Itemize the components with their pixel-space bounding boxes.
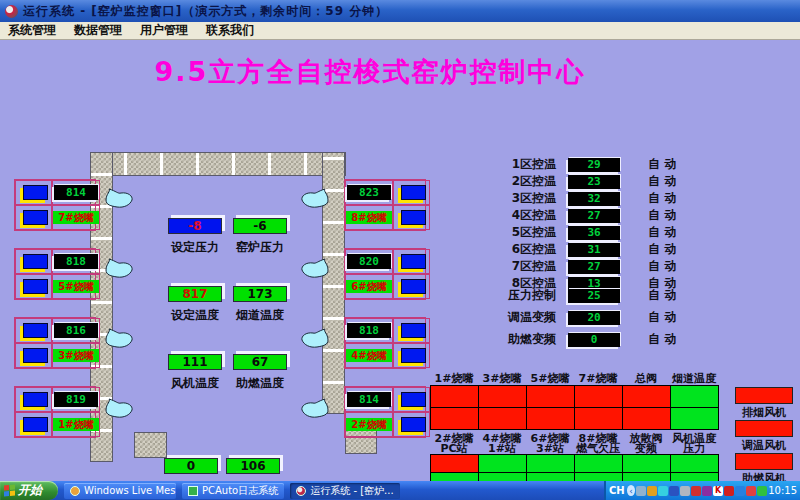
monitor-icon[interactable] <box>636 486 646 496</box>
burner-label: 6#烧嘴 <box>346 280 392 293</box>
aux-mode-toggle[interactable]: 自 动 <box>648 331 676 348</box>
burner-label: 3#烧嘴 <box>53 349 99 362</box>
taskbar-task[interactable]: Windows Live Mes... <box>64 483 176 499</box>
taskbar-task[interactable]: PCAuto日志系统 <box>182 483 284 499</box>
kiln-pressure-label: 窑炉压力 <box>228 239 292 256</box>
zone-value-display[interactable]: 27 <box>568 260 620 274</box>
menu-item-3[interactable]: 用户管理 <box>140 22 188 39</box>
zone-mode-toggle[interactable]: 自 动 <box>648 224 676 241</box>
fan-temp-label: 风机温度 <box>163 375 227 392</box>
aux-mode-toggle[interactable]: 自 动 <box>648 309 676 326</box>
zone-label: 5区控温 <box>494 224 556 241</box>
set-temp-display[interactable]: 817 <box>168 286 222 302</box>
status-cell-green <box>575 455 622 472</box>
start-button[interactable]: 开始 <box>0 481 58 500</box>
screen: 运行系统 - [窑炉监控窗口]（演示方式，剩余时间：59 分钟） 系统管理数据管… <box>0 0 800 500</box>
task-icon <box>70 486 80 496</box>
status-cell-red <box>527 386 574 407</box>
segment-display: 0 <box>164 458 218 474</box>
temper-fan-indicator <box>735 420 793 437</box>
clock[interactable]: 10:15 <box>768 485 797 496</box>
aux-value-display[interactable]: 20 <box>568 311 620 325</box>
zone-mode-toggle[interactable]: 自 动 <box>648 258 676 275</box>
menubar: 系统管理数据管理用户管理联系我们 <box>0 22 800 40</box>
aux-row: 助燃变频0自 动 <box>494 331 704 348</box>
shield-icon[interactable] <box>724 486 734 496</box>
color-wheel-icon[interactable] <box>647 486 657 496</box>
status-cell-red <box>479 386 526 407</box>
status-cell-green <box>671 455 718 472</box>
menu-item-1[interactable]: 系统管理 <box>8 22 56 39</box>
zone-value-display[interactable]: 32 <box>568 192 620 206</box>
updater-icon[interactable] <box>746 486 756 496</box>
status-label: 烟道温度 <box>670 371 718 386</box>
zone-label: 7区控温 <box>494 258 556 275</box>
status-cell-green <box>623 455 670 472</box>
menu-item-2[interactable]: 数据管理 <box>74 22 122 39</box>
kiln-door-block-left <box>134 432 167 458</box>
taskbar-task[interactable]: 运行系统 - [窑炉... <box>290 483 399 499</box>
zone-label: 3区控温 <box>494 190 556 207</box>
zone-label: 1区控温 <box>494 156 556 173</box>
diamond-icon[interactable] <box>658 486 668 496</box>
task-label: PCAuto日志系统 <box>202 484 278 498</box>
app-tray-icon[interactable] <box>702 486 712 496</box>
aux-label: 压力控制 <box>494 287 556 304</box>
users-icon[interactable] <box>680 486 690 496</box>
task-icon <box>296 486 306 496</box>
indicator-lamp <box>23 417 48 432</box>
flame-icon <box>300 188 330 210</box>
zone-value-display[interactable]: 27 <box>568 209 620 223</box>
green-circle-icon[interactable] <box>757 486 767 496</box>
zone-mode-toggle[interactable]: 自 动 <box>648 207 676 224</box>
flame-icon <box>300 398 330 420</box>
flame-icon <box>104 188 134 210</box>
zone-value-display[interactable]: 23 <box>568 175 620 189</box>
zone-value-display[interactable]: 29 <box>568 158 620 172</box>
menu-item-4[interactable]: 联系我们 <box>206 22 254 39</box>
indicator-lamp <box>23 185 48 200</box>
zone-value-display[interactable]: 31 <box>568 243 620 257</box>
indicator-lamp <box>23 392 48 407</box>
network-icon[interactable] <box>669 486 679 496</box>
ball-icon[interactable] <box>735 486 745 496</box>
aux-value-display[interactable]: 25 <box>568 289 620 303</box>
aux-value-display[interactable]: 0 <box>568 333 620 347</box>
zone-row: 7区控温27自 动 <box>494 258 704 275</box>
status-label: 3#烧嘴 <box>478 371 526 386</box>
zone-row: 6区控温31自 动 <box>494 241 704 258</box>
zone-mode-toggle[interactable]: 自 动 <box>648 190 676 207</box>
zone-control-panel: 1区控温29自 动2区控温23自 动3区控温32自 动4区控温27自 动5区控温… <box>494 156 704 292</box>
alert-icon[interactable] <box>691 486 701 496</box>
burner-temp-display: 819 <box>54 392 98 407</box>
window-titlebar[interactable]: 运行系统 - [窑炉监控窗口]（演示方式，剩余时间：59 分钟） <box>0 0 800 22</box>
task-icon <box>188 486 198 496</box>
k-antivirus-icon[interactable]: K <box>713 486 723 496</box>
status-cell-red <box>431 386 478 407</box>
flame-icon <box>104 258 134 280</box>
burner-unit: 8185#烧嘴 <box>14 248 96 300</box>
burner-temp-display: 818 <box>347 323 391 338</box>
taskbar: 开始 Windows Live Mes...PCAuto日志系统运行系统 - [… <box>0 481 800 500</box>
set-pressure-display[interactable]: -8 <box>168 218 222 234</box>
aux-mode-toggle[interactable]: 自 动 <box>648 287 676 304</box>
exhaust-fan-indicator <box>735 387 793 404</box>
comb-temp-label: 助燃温度 <box>228 375 292 392</box>
zone-mode-toggle[interactable]: 自 动 <box>648 173 676 190</box>
burner-temp-display: 816 <box>54 323 98 338</box>
language-indicator[interactable]: CH <box>609 485 625 496</box>
burner-temp-display: 820 <box>347 254 391 269</box>
zone-row: 5区控温36自 动 <box>494 224 704 241</box>
status-cell-green <box>671 386 718 407</box>
kiln-pressure-display: -6 <box>233 218 287 234</box>
zone-mode-toggle[interactable]: 自 动 <box>648 241 676 258</box>
exhaust-fan-label: 排烟风机 <box>735 405 793 420</box>
zone-label: 4区控温 <box>494 207 556 224</box>
indicator-lamp <box>401 348 426 363</box>
zone-value-display[interactable]: 36 <box>568 226 620 240</box>
status-cell-red <box>431 455 478 472</box>
zone-mode-toggle[interactable]: 自 动 <box>648 156 676 173</box>
burner-unit: 8147#烧嘴 <box>14 179 96 231</box>
chevron-left-icon[interactable]: ‹ <box>627 485 635 496</box>
burner-unit: 8191#烧嘴 <box>14 386 96 438</box>
